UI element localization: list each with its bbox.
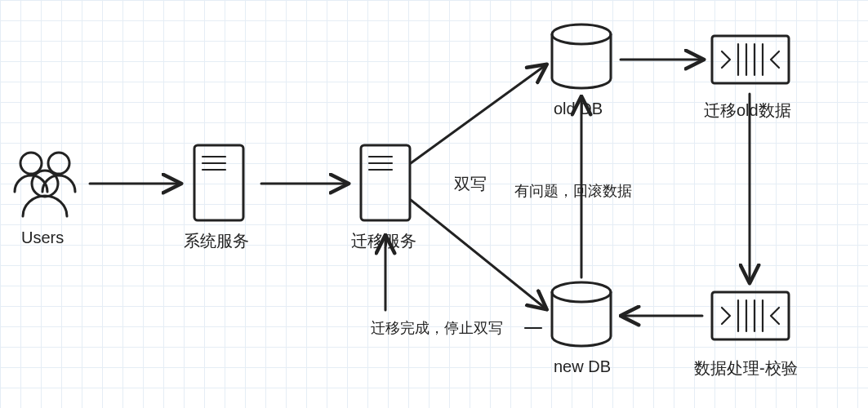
dual-write-label: 双写 [454, 173, 487, 195]
system-service-label: 系统服务 [184, 230, 249, 252]
migration-done-label: 迁移完成，停止双写 [371, 318, 503, 338]
svg-point-11 [552, 24, 611, 44]
users-icon [15, 153, 75, 216]
old-db-icon [552, 24, 611, 88]
diagram-canvas: Users 系统服务 迁移服务 old DB new DB 迁移old数据 数据… [0, 0, 868, 408]
svg-line-25 [411, 65, 545, 163]
migrate-old-data-label: 迁移old数据 [704, 100, 791, 122]
svg-rect-18 [712, 292, 789, 339]
new-db-label: new DB [554, 357, 611, 376]
migrate-old-data-icon [712, 36, 789, 83]
svg-line-26 [411, 200, 545, 308]
svg-rect-13 [712, 36, 789, 83]
migration-service-icon [361, 145, 410, 220]
diagram-svg [0, 0, 868, 408]
new-db-icon [552, 282, 611, 346]
old-db-label: old DB [554, 100, 603, 118]
migration-service-label: 迁移服务 [351, 230, 416, 252]
rollback-label: 有问题，回滚数据 [514, 181, 632, 201]
system-service-icon [194, 145, 243, 220]
data-processing-verify-icon [712, 292, 789, 339]
data-processing-verify-label: 数据处理-校验 [694, 357, 798, 379]
svg-point-12 [552, 282, 611, 302]
users-label: Users [21, 228, 64, 247]
svg-point-0 [20, 153, 42, 174]
svg-point-1 [48, 153, 69, 174]
